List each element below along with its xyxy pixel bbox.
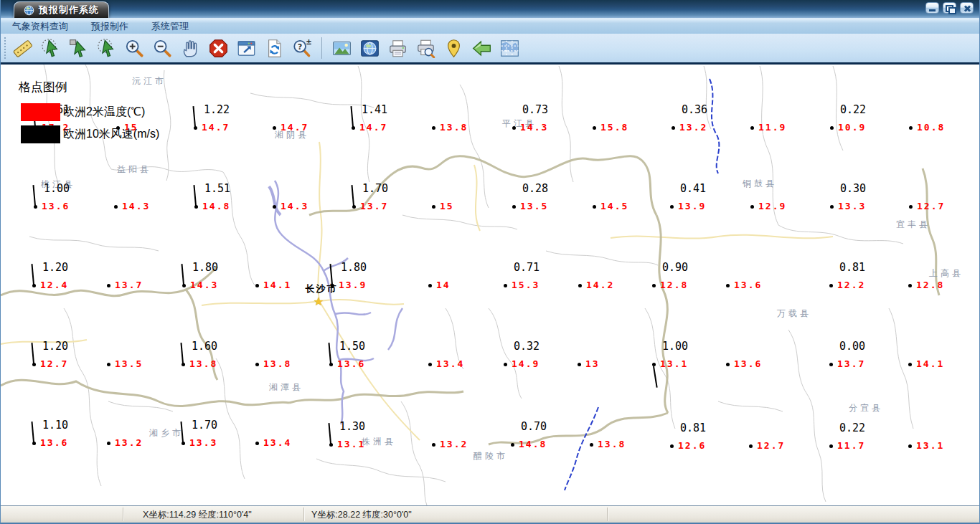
point-dot [909, 126, 913, 130]
temperature-value: 12.8 [916, 280, 944, 290]
point-dot [512, 126, 516, 130]
menu-item-weather-data-query[interactable]: 气象资料查询 [1, 20, 80, 33]
toolbar-select-point-button[interactable] [38, 36, 62, 60]
temperature-value: 13.4 [436, 358, 464, 369]
temperature-value: 13.2 [115, 437, 143, 448]
temperature-value: 12.7 [40, 358, 68, 369]
wind-barb [350, 106, 354, 127]
temperature-value: 14.5 [600, 201, 628, 211]
window-controls [925, 2, 974, 14]
wind-barb [31, 264, 34, 285]
toolbar-cancel-button[interactable] [206, 36, 230, 60]
close-icon [961, 3, 973, 13]
toolbar-zoom-out-button[interactable] [150, 36, 174, 60]
temperature-value: 13.4 [263, 437, 291, 448]
toolbar-export-image-button[interactable] [329, 36, 354, 60]
toolbar-full-extent-button[interactable] [234, 36, 258, 60]
toolbar-pan-button[interactable] [178, 36, 202, 60]
wind-speed-value: 1.70 [362, 182, 388, 195]
toolbar-zoom-in-button[interactable] [122, 36, 146, 60]
point-dot [107, 284, 110, 287]
toolbar-refresh-button[interactable] [262, 36, 286, 60]
point-dot [273, 205, 276, 209]
point-dot [428, 363, 432, 366]
wind-barb [180, 343, 184, 363]
toolbar-measure-button[interactable] [10, 36, 34, 60]
temperature-value: 14.9 [512, 358, 540, 369]
wind-speed-value: 0.70 [521, 420, 547, 433]
toolbar-add-marker-button[interactable] [441, 36, 466, 60]
toolbar-back-button[interactable] [469, 36, 494, 60]
toolbar-buttons: ?± [10, 36, 522, 60]
minimize-button[interactable] [925, 2, 939, 14]
pan-hand-icon [181, 39, 200, 58]
temperature-value: 14.7 [281, 122, 308, 133]
cancel-icon [209, 39, 228, 58]
menu-item-system-management[interactable]: 系统管理 [140, 20, 200, 33]
temperature-value: 13.1 [916, 440, 944, 451]
temperature-value: 14.1 [916, 358, 944, 369]
toolbar-select-area-button[interactable] [94, 36, 118, 60]
temperature-value: 10.9 [838, 122, 866, 133]
toolbar-print-button[interactable] [385, 36, 410, 60]
toolbar-base-map-button[interactable] [357, 36, 382, 60]
temperature-value: 13.7 [837, 358, 865, 369]
point-dot [593, 205, 596, 209]
city-label: 益阳县 [117, 163, 151, 176]
wind-speed-value: 1.00 [44, 182, 70, 195]
temperature-value: 13.8 [263, 358, 291, 369]
wind-barb [328, 343, 331, 363]
point-dot [908, 444, 912, 448]
point-dot [255, 363, 259, 366]
wind-barb [32, 185, 36, 206]
legend-label: 欧洲2米温度(℃) [63, 105, 145, 120]
globe-icon [360, 39, 380, 58]
city-label: 湘潭县 [269, 381, 303, 394]
temperature-value: 13.8 [189, 358, 217, 369]
city-label: 醴陵市 [473, 450, 508, 462]
toolbar-select-rect-button[interactable] [66, 36, 90, 60]
restore-button[interactable] [943, 2, 956, 14]
temperature-value: 12.9 [758, 201, 786, 211]
menu-item-forecast-production[interactable]: 预报制作 [80, 20, 140, 33]
temperature-value: 14.3 [190, 280, 218, 290]
map-area[interactable]: 沅江市湘阴县平江县益阳县桃江县铜鼓县宜丰县上高县万载县长沙市湘潭县湘乡市株洲县醴… [1, 65, 979, 505]
refresh-icon [265, 39, 284, 58]
close-button[interactable] [960, 2, 974, 14]
point-dot [670, 205, 674, 209]
temperature-value: 14.1 [263, 280, 291, 290]
point-dot [107, 363, 110, 366]
full-extent-icon [237, 39, 256, 58]
wind-barb [653, 366, 658, 388]
app-window: 预报制作系统 气象资料查询预报制作系统管理 ?± [0, 0, 980, 524]
temperature-value: 13.2 [679, 122, 707, 133]
wind-speed-value: 0.73 [522, 103, 548, 116]
point-dot [652, 363, 656, 366]
wind-speed-value: 0.81 [680, 421, 706, 434]
temperature-value: 13.3 [838, 201, 866, 211]
temperature-value: 13.5 [115, 358, 143, 369]
city-label: 沅江市 [132, 75, 166, 87]
restore-icon [943, 3, 956, 13]
point-dot [504, 363, 507, 366]
temperature-value: 12.4 [40, 280, 68, 290]
city-label: 万载县 [777, 308, 811, 320]
temperature-value: 13.7 [115, 280, 143, 290]
svg-text:±: ± [306, 39, 311, 46]
city-label: 宜丰县 [896, 219, 930, 231]
app-title-tab[interactable]: 预报制作系统 [14, 1, 109, 18]
app-globe-icon [24, 5, 34, 16]
city-label: 株洲县 [362, 436, 396, 448]
toolbar-separator [321, 37, 322, 59]
wind-barb [31, 343, 34, 363]
toolbar-print-preview-button[interactable] [413, 36, 438, 60]
temperature-value: 14.8 [202, 201, 230, 211]
toolbar-select-region-button[interactable] [497, 36, 522, 60]
wind-barb [192, 106, 196, 127]
temperature-value: 14.3 [122, 201, 150, 211]
point-dot [578, 284, 582, 287]
point-dot [432, 443, 435, 447]
wind-speed-value: 0.71 [514, 261, 540, 274]
temperature-value: 10.8 [917, 122, 945, 133]
toolbar-identify-button[interactable]: ?± [290, 36, 314, 60]
